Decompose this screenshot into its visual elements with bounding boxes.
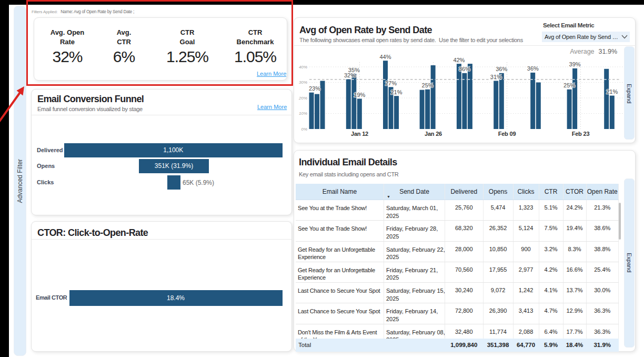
svg-text:25%: 25%	[422, 82, 434, 88]
svg-text:21%: 21%	[606, 88, 618, 95]
svg-text:25%: 25%	[564, 82, 575, 88]
svg-text:19%: 19%	[354, 92, 365, 98]
svg-text:36%: 36%	[527, 65, 539, 72]
svg-text:23%: 23%	[309, 85, 320, 92]
svg-text:Feb 23: Feb 23	[572, 131, 590, 137]
svg-text:44%: 44%	[379, 54, 391, 60]
svg-text:35%: 35%	[348, 67, 360, 73]
svg-text:40%: 40%	[299, 65, 307, 70]
svg-text:Average31.9%: Average31.9%	[570, 48, 617, 55]
svg-text:42%: 42%	[453, 57, 465, 63]
svg-text:36%: 36%	[496, 66, 507, 72]
svg-text:Feb 09: Feb 09	[498, 131, 516, 137]
svg-text:32%: 32%	[344, 72, 356, 78]
svg-text:Jan 26: Jan 26	[425, 131, 442, 137]
svg-text:10%: 10%	[299, 111, 307, 116]
svg-text:27%: 27%	[385, 80, 397, 86]
svg-text:21%: 21%	[390, 89, 402, 95]
svg-text:31%: 31%	[490, 74, 502, 80]
svg-text:39%: 39%	[569, 61, 581, 67]
svg-text:20%: 20%	[298, 96, 307, 101]
svg-text:30%: 30%	[299, 80, 307, 85]
svg-text:Jan 12: Jan 12	[351, 131, 368, 137]
svg-text:0%: 0%	[301, 127, 307, 132]
svg-text:36%: 36%	[459, 66, 470, 72]
